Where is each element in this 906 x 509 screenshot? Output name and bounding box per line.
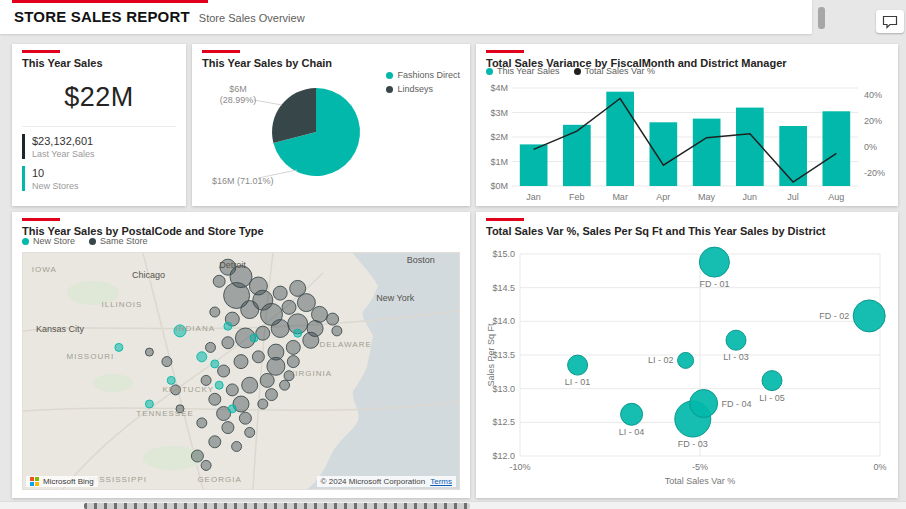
report-title: STORE SALES REPORT (14, 8, 190, 25)
bing-map-canvas[interactable]: IOWAChicagoDetroitBostonNew YorkILLINOIS… (22, 252, 460, 490)
store-bubble-same[interactable] (266, 389, 278, 401)
pie-chart: $6M(28.99%)$16M (71.01%) (198, 70, 456, 202)
store-bubble-new[interactable] (215, 381, 223, 389)
store-bubble-same[interactable] (201, 460, 211, 470)
store-bubble-same[interactable] (273, 286, 287, 300)
axis: Sales Per Sq Ft (486, 323, 496, 387)
store-bubble-new[interactable] (228, 405, 236, 413)
store-bubble-same[interactable] (280, 380, 290, 390)
legend-item-total-sales-var-[interactable]: Total Sales Var % (574, 66, 655, 76)
store-bubble-same[interactable] (312, 306, 328, 322)
store-bubble-same[interactable] (286, 340, 300, 354)
legend-label: This Year Sales (497, 66, 560, 76)
store-bubble-new[interactable] (145, 400, 153, 408)
district-bubble-LI-04[interactable] (621, 403, 643, 425)
store-bubble-same[interactable] (242, 377, 258, 393)
axis: $4M (490, 83, 508, 93)
store-bubble-same[interactable] (171, 385, 181, 395)
store-bubble-same[interactable] (145, 348, 153, 356)
store-bubble-same[interactable] (239, 412, 251, 424)
horizontal-scrollbar[interactable] (0, 501, 906, 509)
store-bubble-same[interactable] (241, 301, 259, 319)
district-bubble-LI-03[interactable] (726, 330, 746, 350)
legend-item-same-store[interactable]: Same Store (89, 236, 148, 246)
axis: 20% (864, 116, 882, 126)
store-bubble-same[interactable] (226, 384, 238, 396)
vertical-scrollbar-thumb[interactable] (818, 7, 825, 29)
store-bubble-new[interactable] (250, 334, 258, 342)
store-bubble-same[interactable] (222, 422, 234, 434)
store-bubble-new[interactable] (211, 360, 219, 368)
legend-item-this-year-sales[interactable]: This Year Sales (486, 66, 560, 76)
store-bubble-same[interactable] (327, 313, 339, 325)
kpi-color-bar (22, 134, 25, 159)
store-bubble-new[interactable] (115, 343, 123, 351)
store-bubble-same[interactable] (234, 355, 248, 369)
store-bubble-same[interactable] (303, 332, 319, 348)
store-bubble-new[interactable] (294, 329, 302, 337)
district-bubble-FD-01[interactable] (699, 247, 729, 277)
store-bubble-same[interactable] (267, 357, 285, 375)
horizontal-scrollbar-thumb[interactable] (84, 503, 470, 509)
store-bubble-same[interactable] (287, 356, 299, 368)
district-bubble-LI-02[interactable] (678, 352, 694, 368)
bar-Aug[interactable] (823, 111, 851, 186)
store-bubble-same[interactable] (176, 405, 184, 413)
axis: LI - 04 (619, 427, 645, 437)
store-bubble-same[interactable] (260, 373, 274, 387)
store-bubble-new[interactable] (174, 325, 186, 337)
store-bubble-new[interactable] (224, 322, 232, 330)
district-bubble-LI-01[interactable] (568, 355, 588, 375)
kpi-color-bar (22, 166, 25, 191)
store-bubble-same[interactable] (206, 342, 216, 352)
store-bubble-new[interactable] (197, 352, 207, 362)
terms-link[interactable]: Terms (430, 477, 452, 486)
bar-May[interactable] (693, 119, 721, 186)
store-bubble-same[interactable] (210, 307, 220, 317)
map-bubbles-layer (115, 259, 342, 470)
store-bubble-same[interactable] (201, 375, 211, 385)
bing-logo-text: Microsoft Bing (43, 477, 94, 486)
store-bubble-same[interactable] (209, 436, 221, 448)
store-bubble-same[interactable] (284, 371, 294, 381)
axis: -10% (509, 462, 530, 472)
district-bubble-FD-04[interactable] (690, 390, 718, 418)
district-bubble-LI-05[interactable] (762, 371, 782, 391)
store-bubble-same[interactable] (297, 294, 315, 312)
store-bubble-same[interactable] (282, 300, 296, 314)
store-bubble-same[interactable] (162, 357, 172, 367)
combo-legend: This Year SalesTotal Sales Var % (486, 66, 669, 76)
store-bubble-same[interactable] (258, 399, 268, 409)
store-bubble-same[interactable] (245, 427, 255, 437)
axis: Jul (787, 192, 799, 202)
bar-Feb[interactable] (563, 125, 591, 186)
tile-title: This Year Sales (22, 50, 176, 70)
district-bubble-FD-02[interactable] (853, 300, 885, 332)
store-bubble-new[interactable] (167, 376, 175, 384)
store-bubble-same[interactable] (218, 365, 230, 377)
store-bubble-same[interactable] (209, 393, 221, 405)
tile-sales-by-chain-pie: This Year Sales by Chain Fashions Direct… (192, 44, 470, 206)
bar-Apr[interactable] (650, 122, 678, 186)
axis: 40% (864, 90, 882, 100)
comments-button[interactable] (876, 10, 904, 33)
axis: LI - 03 (723, 352, 749, 362)
bar-Jan[interactable] (520, 144, 548, 186)
bar-Jun[interactable] (736, 108, 764, 186)
bar-Jul[interactable] (779, 126, 807, 186)
card-big-value: $22M (22, 82, 176, 113)
store-bubble-same[interactable] (332, 326, 342, 336)
copyright-text: © 2024 Microsoft Corporation (321, 477, 426, 486)
legend-item-new-store[interactable]: New Store (22, 236, 75, 246)
axis: Mar (612, 192, 628, 202)
store-bubble-same[interactable] (191, 450, 203, 462)
axis: $12.0 (492, 451, 515, 461)
store-bubble-same[interactable] (213, 275, 225, 287)
store-bubble-same[interactable] (232, 442, 242, 452)
store-bubble-same[interactable] (222, 337, 234, 349)
store-bubble-same[interactable] (252, 351, 264, 363)
store-bubble-same[interactable] (197, 418, 207, 428)
map-green-areas (67, 281, 203, 470)
store-bubble-same[interactable] (271, 320, 289, 338)
axis: Feb (569, 192, 585, 202)
